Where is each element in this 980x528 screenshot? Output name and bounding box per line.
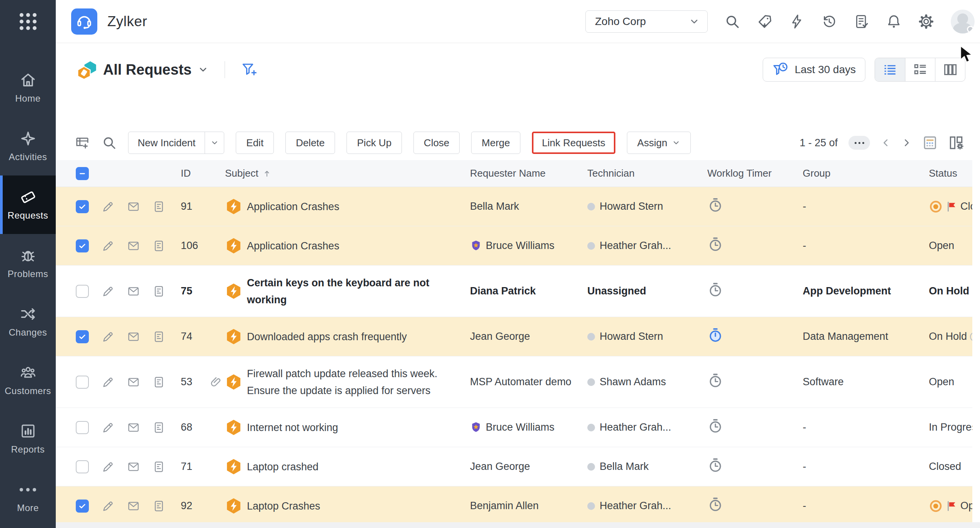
pickup-button[interactable]: Pick Up [347, 132, 402, 154]
next-page-icon[interactable] [902, 138, 912, 148]
col-header-status[interactable]: Status [929, 167, 972, 179]
row-checkbox[interactable] [76, 200, 89, 213]
email-icon[interactable] [127, 285, 140, 297]
new-incident-dropdown[interactable] [205, 132, 224, 154]
sidebar-item-home[interactable]: Home [0, 58, 56, 117]
row-checkbox[interactable] [76, 500, 89, 513]
table-row[interactable]: 106 Application Crashes Bruce Williams H… [56, 226, 972, 266]
edit-pencil-icon[interactable] [102, 331, 114, 343]
close-button[interactable]: Close [413, 132, 460, 154]
email-icon[interactable] [127, 461, 140, 473]
row-checkbox[interactable] [76, 330, 89, 343]
notes-icon[interactable] [153, 376, 165, 388]
sidebar-item-customers[interactable]: Customers [0, 351, 56, 409]
notifications-icon[interactable] [886, 14, 902, 29]
worklog-timer-icon[interactable] [707, 418, 723, 434]
settings-gear-icon[interactable] [918, 14, 934, 29]
table-row[interactable]: 75 Certain keys on the keyboard are not … [56, 266, 972, 317]
user-avatar[interactable] [951, 10, 975, 33]
table-row[interactable]: 53 Firewall patch update released this w… [56, 356, 972, 408]
request-subject[interactable]: Firewall patch update released this week… [247, 365, 439, 399]
select-all-checkbox[interactable] [76, 167, 89, 180]
request-subject[interactable]: Certain keys on the keyboard are not wor… [247, 274, 439, 308]
notes-icon[interactable] [153, 240, 165, 252]
worklog-timer-icon[interactable] [707, 236, 723, 252]
edit-pencil-icon[interactable] [102, 421, 114, 434]
row-checkbox[interactable] [76, 376, 89, 389]
col-header-worklog[interactable]: Worklog Timer [705, 167, 803, 179]
worklog-timer-icon[interactable] [707, 197, 723, 213]
row-checkbox[interactable] [76, 239, 89, 252]
new-incident-button[interactable]: New Incident [128, 132, 224, 154]
table-row[interactable]: 71 Laptop crashed Jean George Bella Mark… [56, 447, 972, 486]
col-header-subject[interactable]: Subject [225, 167, 470, 179]
notes-icon[interactable] [153, 461, 165, 473]
email-icon[interactable] [127, 421, 140, 434]
row-checkbox[interactable] [76, 421, 89, 434]
col-header-group[interactable]: Group [803, 167, 929, 179]
sidebar-item-problems[interactable]: Problems [0, 234, 56, 292]
row-checkbox[interactable] [76, 285, 89, 298]
col-header-requester[interactable]: Requester Name [470, 167, 587, 179]
email-icon[interactable] [127, 376, 140, 388]
table-row[interactable]: 91 Application Crashes Bella Mark Howard… [56, 187, 972, 226]
merge-button[interactable]: Merge [471, 132, 520, 154]
email-icon[interactable] [127, 331, 140, 343]
edit-pencil-icon[interactable] [102, 500, 114, 512]
sidebar-item-changes[interactable]: Changes [0, 292, 56, 351]
prev-page-icon[interactable] [881, 138, 891, 148]
row-checkbox[interactable] [76, 460, 89, 473]
link-requests-button[interactable]: Link Requests [532, 132, 615, 154]
email-icon[interactable] [127, 201, 140, 213]
email-icon[interactable] [127, 500, 140, 512]
notes-icon[interactable] [153, 331, 165, 343]
delete-button[interactable]: Delete [285, 132, 335, 154]
edit-button[interactable]: Edit [236, 132, 274, 154]
list-search-icon[interactable] [102, 135, 117, 150]
org-selector[interactable]: Zoho Corp [585, 10, 708, 33]
email-icon[interactable] [127, 240, 140, 252]
notes-icon[interactable] [153, 500, 165, 512]
worklog-timer-icon[interactable] [707, 496, 723, 513]
edit-pencil-icon[interactable] [102, 461, 114, 473]
horizontal-scrollbar[interactable] [56, 522, 980, 528]
table-row[interactable]: 92 Laptop Crashes Benjamin Allen Heather… [56, 486, 972, 526]
notes-icon[interactable] [153, 201, 165, 213]
summary-panel-icon[interactable] [922, 135, 938, 150]
edit-pencil-icon[interactable] [102, 201, 114, 213]
pagination-total-button[interactable] [848, 136, 870, 150]
table-row[interactable]: 68 Internet not working Bruce Williams H… [56, 408, 972, 447]
list-view-button[interactable] [875, 58, 905, 81]
card-view-button[interactable] [905, 58, 935, 81]
filter-add-icon[interactable] [241, 62, 257, 78]
request-subject[interactable]: Internet not working [247, 419, 338, 436]
worklog-timer-icon[interactable] [707, 373, 723, 389]
request-subject[interactable]: Laptop Crashes [247, 498, 320, 515]
request-subject[interactable]: Application Crashes [247, 237, 339, 254]
task-feedback-icon[interactable] [854, 14, 869, 29]
worklog-timer-running-icon[interactable] [707, 327, 723, 343]
worklog-timer-icon[interactable] [707, 457, 723, 473]
assign-button[interactable]: Assign [627, 132, 691, 154]
history-icon[interactable] [822, 14, 837, 29]
edit-pencil-icon[interactable] [102, 240, 114, 252]
date-range-button[interactable]: Last 30 days [763, 58, 865, 82]
notes-icon[interactable] [153, 421, 165, 434]
sidebar-item-activities[interactable]: Activities [0, 117, 56, 175]
sidebar-item-more[interactable]: More [0, 468, 56, 526]
sidebar-item-requests[interactable]: Requests [0, 175, 56, 234]
view-selector-chevron-icon[interactable] [198, 64, 208, 75]
request-subject[interactable]: Application Crashes [247, 198, 339, 215]
search-icon[interactable] [725, 14, 740, 29]
sidebar-item-reports[interactable]: Reports [0, 409, 56, 468]
col-header-technician[interactable]: Technician [587, 167, 705, 179]
col-header-id[interactable]: ID [181, 167, 225, 179]
table-row[interactable]: 74 Downloaded apps crash frequently Jean… [56, 317, 972, 356]
zylker-logo[interactable] [71, 8, 97, 35]
edit-pencil-icon[interactable] [102, 376, 114, 388]
notes-icon[interactable] [153, 285, 165, 297]
request-subject[interactable]: Downloaded apps crash frequently [247, 328, 407, 345]
quick-actions-icon[interactable] [789, 14, 805, 29]
edit-pencil-icon[interactable] [102, 285, 114, 297]
column-settings-icon[interactable] [948, 135, 965, 151]
